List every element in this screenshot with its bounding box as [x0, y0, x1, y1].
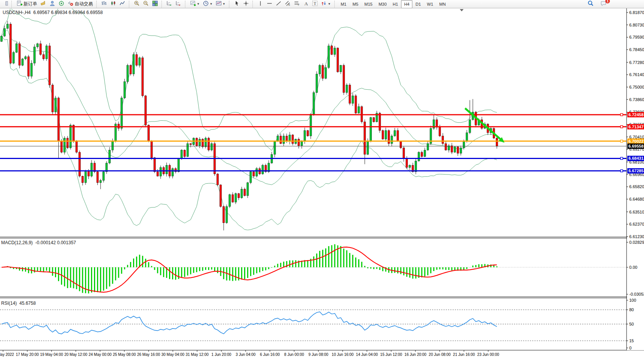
new-chart-button[interactable]: ▼	[188, 0, 201, 8]
candle	[292, 135, 294, 143]
new-order-button-label: 新订单	[24, 1, 37, 7]
support-line-2-handle[interactable]	[620, 170, 623, 172]
macd-tick-label: -0.030537	[629, 292, 644, 296]
label-button[interactable]: T	[310, 0, 320, 8]
time-axis-label[interactable]: 17 May 20:00	[16, 352, 39, 357]
candle	[496, 138, 498, 146]
notifications-button[interactable]: 1	[599, 0, 608, 8]
time-axis-label[interactable]: 19 May 04:00	[40, 352, 63, 357]
candle	[439, 127, 441, 136]
crosshair-icon	[243, 0, 249, 8]
candle	[45, 46, 47, 59]
resistance-line-1-handle[interactable]	[620, 114, 623, 116]
time-axis-label[interactable]: 20 Jun 08:00	[429, 352, 451, 357]
arrows-button[interactable]: ▼	[320, 0, 332, 8]
candle	[145, 96, 147, 125]
trendline-button[interactable]	[274, 0, 283, 8]
price-chart[interactable]: 6.818706.807306.795906.784506.772806.761…	[0, 8, 644, 357]
time-axis-label[interactable]: 10 Jun 16:00	[332, 352, 354, 357]
candle	[370, 117, 372, 141]
timeframe-button-h4[interactable]: H4	[401, 0, 412, 8]
time-axis-label[interactable]: 31 May 12:00	[186, 352, 209, 357]
time-axis-label[interactable]: 24 May 00:00	[89, 352, 112, 357]
textT-icon: T	[312, 0, 318, 8]
candle	[274, 141, 276, 154]
horizontal-line-button[interactable]	[265, 0, 274, 8]
timeframe-button-m1[interactable]: M1	[338, 0, 349, 8]
candle	[97, 172, 99, 183]
templates-button[interactable]: ▼	[214, 0, 227, 8]
timeframe-button-m15[interactable]: M15	[361, 0, 375, 8]
candle	[304, 131, 306, 142]
resistance-line-2-handle[interactable]	[620, 126, 623, 128]
dropdown-arrow-icon[interactable]: ▼	[197, 2, 200, 6]
time-axis-label[interactable]: 21 Jun 16:00	[453, 352, 475, 357]
time-axis-label[interactable]: 8 Jun 00:00	[284, 352, 304, 357]
candle	[181, 150, 183, 159]
time-axis-label[interactable]: 30 May 04:00	[161, 352, 185, 357]
expert-advisor-button[interactable]	[48, 0, 57, 8]
candle	[91, 163, 92, 176]
new-order-button[interactable]: 新订单	[15, 0, 39, 8]
candle	[418, 152, 420, 161]
timeframe-button-w1[interactable]: W1	[424, 0, 436, 8]
chart-shift-button[interactable]	[174, 0, 183, 8]
dropdown-arrow-icon[interactable]: ▼	[328, 2, 331, 6]
time-axis-label[interactable]: 26 May 16:00	[137, 352, 160, 357]
time-axis-label[interactable]: 16 May 2022	[0, 352, 14, 357]
candle	[208, 138, 210, 150]
autotrading-button[interactable]: 自动交易	[66, 0, 94, 8]
autotrade-icon	[67, 0, 74, 8]
highlighter-button[interactable]	[39, 0, 48, 8]
time-axis-label[interactable]: 15 Jun 12:00	[380, 352, 402, 357]
search-button[interactable]	[586, 0, 595, 8]
time-axis-label[interactable]: 3 Jun 04:00	[236, 352, 256, 357]
support-line-1-handle[interactable]	[620, 157, 623, 159]
fibonacci-button[interactable]: F	[292, 0, 301, 8]
candle	[469, 120, 471, 133]
market-watch-button[interactable]	[57, 0, 66, 8]
pivot-line-handle[interactable]	[620, 140, 623, 142]
channel-button[interactable]: E	[283, 0, 292, 8]
time-axis-label[interactable]: 23 Jun 00:00	[477, 352, 499, 357]
timeframe-button-h1[interactable]: H1	[390, 0, 401, 8]
candle	[397, 131, 399, 142]
tline-icon	[276, 0, 282, 8]
toolbar-separator	[11, 1, 14, 8]
timeframe-button-mn[interactable]: MN	[436, 0, 449, 8]
timeframe-button-d1[interactable]: D1	[412, 0, 424, 8]
candle	[19, 44, 20, 65]
bar-chart-button[interactable]	[100, 0, 109, 8]
candle	[289, 135, 291, 141]
candle	[283, 136, 285, 143]
timeframe-button-m5[interactable]: M5	[349, 0, 361, 8]
line-chart-button[interactable]	[118, 0, 127, 8]
text-button[interactable]: A	[301, 0, 310, 8]
cursor-button[interactable]	[232, 0, 241, 8]
time-axis-label[interactable]: 20 May 12:00	[64, 352, 88, 357]
candle	[427, 143, 429, 150]
candle	[442, 136, 444, 143]
time-axis-label[interactable]: 16 Jun 20:00	[404, 352, 426, 357]
zoom-in-button[interactable]	[132, 0, 141, 8]
dropdown-arrow-icon[interactable]: ▼	[223, 2, 226, 6]
time-axis-label[interactable]: 1 Jun 20:00	[212, 352, 232, 357]
auto-scroll-button[interactable]	[165, 0, 174, 8]
vertical-line-button[interactable]	[256, 0, 265, 8]
candle	[184, 150, 186, 156]
dropdown-arrow-icon[interactable]: ▼	[210, 2, 213, 6]
time-axis-label[interactable]: 14 Jun 04:00	[356, 352, 378, 357]
tile-windows-button[interactable]	[150, 0, 160, 8]
periods-button[interactable]: ▼	[201, 0, 214, 8]
time-axis-label[interactable]: 6 Jun 16:00	[260, 352, 280, 357]
crosshair-button[interactable]	[241, 0, 251, 8]
zoom-out-button[interactable]	[141, 0, 150, 8]
timeframe-button-m30[interactable]: M30	[376, 0, 390, 8]
candle	[349, 85, 351, 103]
time-axis-label[interactable]: 25 May 08:00	[113, 352, 136, 357]
time-axis-label[interactable]: 9 Jun 08:00	[309, 352, 329, 357]
candle	[241, 189, 243, 198]
candle	[454, 147, 456, 152]
candle	[322, 65, 324, 78]
candlestick-chart-button[interactable]	[109, 0, 118, 8]
